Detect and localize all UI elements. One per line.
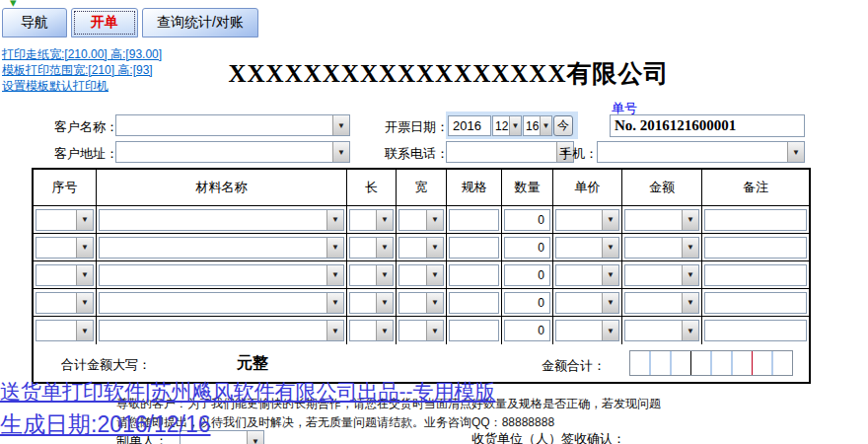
chevron-down-icon[interactable]: ▼ (376, 293, 393, 313)
material-combo-value[interactable] (100, 238, 326, 258)
chevron-down-icon[interactable]: ▼ (326, 321, 343, 340)
qty-input[interactable]: 0 (504, 264, 550, 286)
chevron-down-icon[interactable]: ▼ (76, 293, 93, 313)
width-combo[interactable]: ▼ (398, 264, 444, 286)
month-value[interactable]: 12 (493, 116, 509, 135)
order-no-input[interactable]: No. 2016121600001 (610, 114, 805, 137)
spec-input[interactable] (449, 237, 499, 259)
chevron-down-icon[interactable]: ▼ (426, 293, 443, 313)
spec-input[interactable] (449, 209, 499, 231)
qty-input[interactable]: 0 (504, 237, 550, 259)
contact-phone-combo[interactable]: ▼ (446, 141, 574, 163)
remark-input[interactable] (704, 264, 807, 286)
material-combo[interactable]: ▼ (99, 264, 344, 286)
seq-combo-value[interactable] (36, 321, 76, 340)
chevron-down-icon[interactable]: ▼ (326, 210, 343, 230)
amount-combo-value[interactable] (625, 293, 682, 313)
seq-combo[interactable]: ▼ (36, 292, 94, 314)
seq-combo-value[interactable] (36, 210, 76, 230)
seq-combo[interactable]: ▼ (36, 320, 94, 341)
customer-name-value[interactable] (116, 115, 332, 135)
chevron-down-icon[interactable]: ▼ (426, 321, 443, 340)
price-combo[interactable]: ▼ (555, 237, 619, 259)
qty-input[interactable]: 0 (504, 320, 550, 341)
chevron-down-icon[interactable]: ▼ (602, 321, 618, 340)
seq-combo[interactable]: ▼ (36, 264, 94, 286)
amount-combo-value[interactable] (625, 210, 682, 230)
remark-input[interactable] (704, 320, 807, 341)
chevron-down-icon[interactable]: ▼ (602, 293, 618, 313)
qty-input[interactable]: 0 (504, 209, 550, 231)
width-combo-value[interactable] (399, 321, 426, 340)
amount-combo-value[interactable] (625, 238, 682, 258)
customer-addr-combo[interactable]: ▼ (115, 141, 350, 163)
price-combo[interactable]: ▼ (555, 320, 619, 341)
width-combo-value[interactable] (399, 238, 426, 258)
amount-combo-value[interactable] (625, 321, 682, 340)
price-combo-value[interactable] (556, 238, 602, 258)
chevron-down-icon[interactable]: ▼ (602, 265, 618, 285)
width-combo-value[interactable] (399, 293, 426, 313)
width-combo[interactable]: ▼ (398, 320, 444, 341)
price-combo[interactable]: ▼ (555, 209, 619, 231)
length-combo[interactable]: ▼ (349, 264, 394, 286)
tab-query-statistics[interactable]: 查询统计/对账 (142, 8, 258, 37)
material-combo-value[interactable] (100, 293, 326, 313)
day-combo[interactable]: 16 ▼ (523, 115, 552, 136)
day-value[interactable]: 16 (524, 116, 540, 135)
chevron-down-icon[interactable]: ▼ (682, 265, 698, 285)
seq-combo[interactable]: ▼ (36, 237, 94, 259)
chevron-down-icon[interactable]: ▼ (76, 265, 93, 285)
spec-input[interactable] (449, 320, 499, 341)
width-combo[interactable]: ▼ (398, 237, 444, 259)
customer-addr-value[interactable] (116, 142, 332, 162)
chevron-down-icon[interactable]: ▼ (787, 142, 804, 162)
amount-combo[interactable]: ▼ (624, 320, 699, 341)
material-combo[interactable]: ▼ (99, 237, 344, 259)
seq-combo[interactable]: ▼ (36, 209, 94, 231)
length-combo-value[interactable] (350, 293, 376, 313)
chevron-down-icon[interactable]: ▼ (376, 210, 393, 230)
amount-combo[interactable]: ▼ (624, 264, 699, 286)
chevron-down-icon[interactable]: ▼ (76, 238, 93, 258)
seq-combo-value[interactable] (36, 265, 76, 285)
chevron-down-icon[interactable]: ▼ (682, 293, 698, 313)
year-input[interactable]: 2016 (448, 115, 491, 136)
length-combo[interactable]: ▼ (349, 209, 394, 231)
material-combo-value[interactable] (100, 321, 326, 340)
material-combo-value[interactable] (100, 265, 326, 285)
amount-combo-value[interactable] (625, 265, 682, 285)
chevron-down-icon[interactable]: ▼ (376, 265, 393, 285)
chevron-down-icon[interactable]: ▼ (540, 116, 551, 135)
remark-input[interactable] (704, 209, 807, 231)
amount-combo[interactable]: ▼ (624, 237, 699, 259)
chevron-down-icon[interactable]: ▼ (509, 116, 521, 135)
mobile-combo[interactable]: ▼ (597, 141, 805, 163)
mobile-value[interactable] (598, 142, 787, 162)
chevron-down-icon[interactable]: ▼ (332, 115, 349, 135)
tab-navigation[interactable]: 导航 (2, 8, 67, 37)
chevron-down-icon[interactable]: ▼ (326, 238, 343, 258)
length-combo-value[interactable] (350, 321, 376, 340)
seq-combo-value[interactable] (36, 293, 76, 313)
width-combo[interactable]: ▼ (398, 292, 444, 314)
chevron-down-icon[interactable]: ▼ (76, 321, 93, 340)
chevron-down-icon[interactable]: ▼ (426, 210, 443, 230)
customer-name-combo[interactable]: ▼ (115, 114, 350, 136)
remark-input[interactable] (704, 292, 807, 314)
price-combo-value[interactable] (556, 321, 602, 340)
length-combo[interactable]: ▼ (349, 292, 394, 314)
material-combo[interactable]: ▼ (99, 292, 344, 314)
chevron-down-icon[interactable]: ▼ (602, 238, 618, 258)
price-combo-value[interactable] (556, 293, 602, 313)
qty-input[interactable]: 0 (504, 292, 550, 314)
tab-create-order[interactable]: 开单 (71, 8, 138, 37)
width-combo-value[interactable] (399, 265, 426, 285)
material-combo-value[interactable] (100, 210, 326, 230)
chevron-down-icon[interactable]: ▼ (247, 431, 263, 444)
today-button[interactable]: 今 (553, 115, 573, 136)
chevron-down-icon[interactable]: ▼ (376, 238, 393, 258)
month-combo[interactable]: 12 ▼ (492, 115, 522, 136)
chevron-down-icon[interactable]: ▼ (326, 293, 343, 313)
length-combo-value[interactable] (350, 265, 376, 285)
